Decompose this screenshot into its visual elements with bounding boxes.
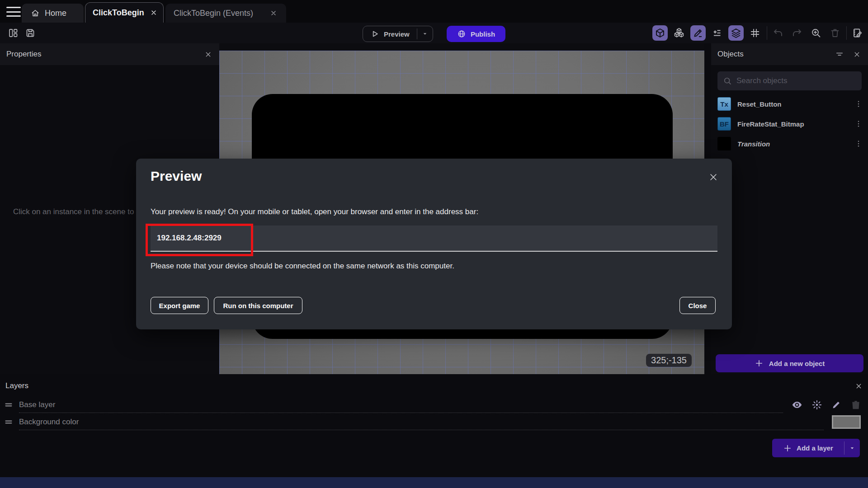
object-name: Reset_Button <box>737 100 782 108</box>
dialog-close-button[interactable] <box>708 171 719 183</box>
preview-options-button[interactable] <box>417 26 433 42</box>
properties-close-button[interactable] <box>203 50 213 59</box>
drag-handle-icon[interactable] <box>4 417 17 427</box>
close-icon <box>270 9 277 17</box>
objects-search <box>717 71 862 90</box>
object-name: FireRateStat_Bitmap <box>737 120 804 128</box>
layer-visibility-button[interactable] <box>791 399 803 411</box>
layer-name: Background color <box>19 418 79 427</box>
add-new-object-label: Add a new object <box>769 360 825 367</box>
grid-icon <box>750 28 760 38</box>
objects-title: Objects <box>717 50 744 59</box>
toggle-3d-view-button[interactable] <box>652 25 668 41</box>
object-row[interactable]: BF FireRateStat_Bitmap <box>711 114 868 134</box>
dialog-message: Your preview is ready! On your mobile or… <box>151 207 478 216</box>
add-new-object-button[interactable]: Add a new object <box>716 354 863 372</box>
window-bottom-strip <box>0 477 868 488</box>
object-menu-button[interactable] <box>853 138 864 150</box>
kebab-menu-icon <box>854 140 863 148</box>
layout-icon <box>8 28 19 38</box>
save-button[interactable] <box>23 25 38 41</box>
object-row[interactable]: Transition <box>711 134 868 154</box>
tab-clicktobegin[interactable]: ClickToBegin <box>85 2 164 23</box>
kebab-menu-icon <box>854 120 863 128</box>
objects-close-button[interactable] <box>852 50 862 59</box>
tab-bar: Home ClickToBegin ClickToBegin (Events) <box>0 0 868 23</box>
export-game-button[interactable]: Export game <box>151 297 208 314</box>
panels-layout-button[interactable] <box>5 25 21 41</box>
publish-label: Publish <box>471 30 495 38</box>
close-dialog-button[interactable]: Close <box>679 297 716 314</box>
edit-events-button[interactable] <box>850 25 865 41</box>
search-input[interactable] <box>736 76 856 85</box>
objects-header: Objects <box>711 43 868 65</box>
preview-button[interactable]: Preview <box>363 26 433 42</box>
publish-button[interactable]: Publish <box>447 26 505 42</box>
plus-icon <box>755 359 764 368</box>
objects-list-button[interactable] <box>709 25 725 41</box>
object-menu-button[interactable] <box>853 98 864 110</box>
chevron-down-icon <box>421 30 429 38</box>
objects-list: Tx Reset_Button BF FireRateStat_Bitmap T… <box>711 94 868 154</box>
layers-close-button[interactable] <box>854 381 863 391</box>
main-menu-button[interactable] <box>5 6 22 18</box>
play-icon <box>370 29 379 38</box>
edit-mode-button[interactable] <box>690 25 706 41</box>
close-icon <box>204 51 212 58</box>
close-icon <box>150 9 157 16</box>
run-on-this-computer-button[interactable]: Run on this computer <box>214 297 302 314</box>
add-layer-label: Add a layer <box>797 444 833 452</box>
pencil-icon <box>693 28 703 38</box>
preview-address-field[interactable] <box>151 225 717 252</box>
chevron-down-icon <box>849 445 856 452</box>
add-layer-button[interactable]: Add a layer <box>772 439 860 457</box>
properties-title: Properties <box>6 50 41 59</box>
layer-edit-button[interactable] <box>831 399 842 410</box>
layer-row-base[interactable]: Base layer <box>0 397 864 413</box>
zoom-button[interactable] <box>808 25 824 41</box>
trash-icon <box>850 399 862 411</box>
layers-panel-button[interactable] <box>728 25 744 41</box>
close-icon <box>708 172 718 182</box>
zoom-in-icon <box>811 28 821 38</box>
tab-label: ClickToBegin (Events) <box>174 9 253 18</box>
tab-close-button[interactable] <box>269 9 278 18</box>
undo-button[interactable] <box>770 25 786 41</box>
toolbar: Preview Publish <box>0 23 868 43</box>
object-row[interactable]: Tx Reset_Button <box>711 94 868 114</box>
properties-header: Properties <box>0 43 219 65</box>
redo-button[interactable] <box>789 25 805 41</box>
tab-home[interactable]: Home <box>22 4 84 23</box>
object-list-icon <box>712 28 722 38</box>
tab-clicktobegin-events[interactable]: ClickToBegin (Events) <box>165 4 286 23</box>
layer-delete-button[interactable] <box>850 399 862 411</box>
background-color-swatch[interactable] <box>832 415 861 429</box>
tab-label: ClickToBegin <box>93 8 144 18</box>
layers-title: Layers <box>5 381 28 390</box>
preview-dialog: Preview Your preview is ready! On your m… <box>136 159 732 329</box>
instances-list-button[interactable] <box>671 25 687 41</box>
grid-button[interactable] <box>747 25 763 41</box>
objects-filter-button[interactable] <box>834 49 845 60</box>
effects-icon <box>811 399 823 411</box>
drag-handle-icon[interactable] <box>4 400 17 410</box>
toolbar-divider <box>846 26 847 40</box>
cursor-coordinates-badge: 325;-135 <box>646 354 692 367</box>
redo-icon <box>792 28 802 38</box>
close-icon <box>855 382 863 390</box>
cube-icon <box>655 28 665 38</box>
pencil-icon <box>831 399 842 410</box>
hamburger-icon <box>6 7 21 8</box>
text-object-icon: Tx <box>717 97 731 111</box>
dialog-note: Please note that your device should be c… <box>151 262 454 271</box>
layer-row-background-color[interactable]: Background color <box>0 414 864 430</box>
layer-effects-button[interactable] <box>811 399 823 411</box>
add-layer-options-button[interactable] <box>844 439 860 457</box>
object-menu-button[interactable] <box>853 118 864 130</box>
filter-icon <box>835 50 844 59</box>
delete-button[interactable] <box>827 25 843 41</box>
sprite-object-icon <box>717 137 731 150</box>
tab-close-button[interactable] <box>149 8 158 17</box>
tab-label: Home <box>45 9 66 18</box>
toolbar-divider <box>767 26 767 40</box>
